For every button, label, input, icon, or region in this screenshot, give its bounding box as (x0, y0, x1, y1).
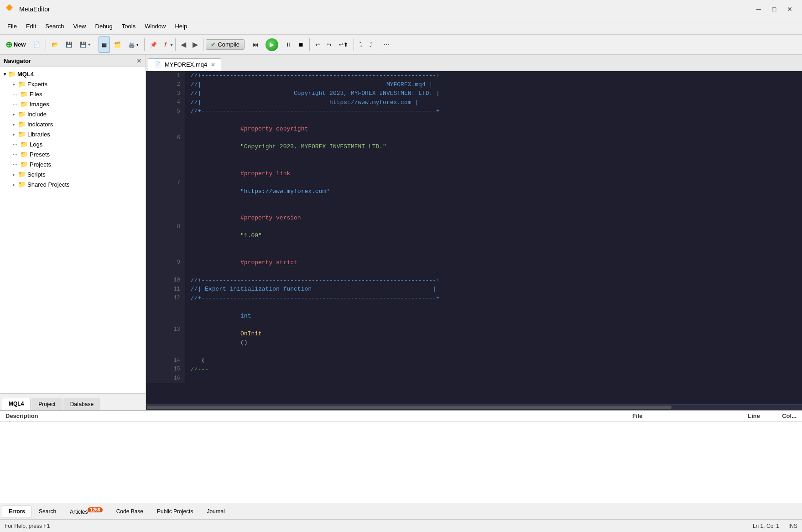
debug-btn2[interactable]: ↪ (324, 37, 335, 53)
separator-2 (96, 38, 96, 51)
code-content-1: //+-------------------------------------… (185, 71, 802, 80)
bottom-tab-journal[interactable]: Journal (200, 506, 231, 517)
tree-item-include[interactable]: ▸ 📁 Include (0, 109, 146, 119)
bottom-panel: Description File Line Col... Errors Sear… (0, 410, 802, 519)
tree-root-mql4[interactable]: ▾ 📁 MQL4 (0, 69, 146, 79)
menu-view[interactable]: View (69, 21, 91, 31)
compile-button[interactable]: ✔ Compile (206, 39, 245, 50)
navigator-close-button[interactable]: ✕ (136, 57, 142, 64)
new-file-icon-button[interactable]: 📄 (30, 37, 43, 53)
new-button[interactable]: ⊕ New (2, 37, 29, 53)
code-row-9: 9 #property strict (146, 249, 802, 276)
menu-help[interactable]: Help (170, 21, 192, 31)
expand-projects-icon: ⋯ (13, 162, 17, 167)
maximize-button[interactable]: □ (767, 4, 781, 15)
tree-label-scripts: Scripts (27, 171, 46, 178)
tree-item-scripts[interactable]: ▸ 📁 Scripts (0, 169, 146, 179)
back-button[interactable]: ◀ (178, 39, 189, 50)
code-table: 1 //+-----------------------------------… (146, 71, 802, 383)
app-icon: 🔶 (5, 4, 16, 14)
print-button[interactable]: 🖨️ ▾ (125, 37, 142, 53)
editor-horizontal-scrollbar[interactable] (146, 404, 802, 410)
editor-tab-close-button[interactable]: ✕ (211, 62, 215, 68)
tree-item-libraries[interactable]: ▸ 📁 Libraries (0, 129, 146, 139)
navigator-panel: Navigator ✕ ▾ 📁 MQL4 ▸ 📁 Experts ⋯ 📁 Fil… (0, 55, 146, 410)
tree-item-files[interactable]: ⋯ 📁 Files (0, 89, 146, 99)
nav-tab-database[interactable]: Database (63, 398, 100, 410)
col-col: Col... (760, 412, 797, 419)
bottom-tab-errors[interactable]: Errors (2, 506, 32, 517)
tree-item-projects[interactable]: ⋯ 📁 Projects (0, 159, 146, 169)
root-label: MQL4 (17, 71, 34, 78)
tree-label-presets: Presets (30, 151, 50, 158)
code-row-7: 7 #property link "https://www.myforex.co… (146, 160, 802, 205)
pause-button[interactable]: ⏸ (282, 37, 294, 53)
close-button[interactable]: ✕ (783, 4, 797, 15)
bottom-content (0, 422, 802, 503)
debug-btn1[interactable]: ↩ (312, 37, 323, 53)
menu-search[interactable]: Search (41, 21, 68, 31)
code-content-9: #property strict (185, 249, 802, 276)
line-num-9: 9 (146, 249, 185, 276)
tree-item-indicators[interactable]: ▸ 📁 Indicators (0, 119, 146, 129)
folder-scripts-icon: 📁 (18, 171, 26, 178)
code-content-13: int OnInit () (185, 303, 802, 356)
debug-btn3[interactable]: ↩⬆ (336, 37, 351, 53)
nav-tab-project[interactable]: Project (31, 398, 62, 410)
bottom-panel-wrapper: Toolbox Description File Line Col... Err… (0, 410, 802, 519)
save-button[interactable]: 💾 (62, 37, 76, 53)
debug-btn5[interactable]: ⤴ (366, 37, 375, 53)
nav-tab-mql4[interactable]: MQL4 (2, 398, 31, 410)
function-arrow-icon: ▾ (170, 42, 173, 48)
expand-images-icon: ⋯ (13, 102, 17, 107)
menu-window[interactable]: Window (140, 21, 170, 31)
line-num-2: 2 (146, 80, 185, 89)
open-button[interactable]: 📂 (48, 37, 62, 53)
tree-item-shared-projects[interactable]: ▸ 📁 Shared Projects (0, 179, 146, 189)
save-all-icon: 💾 (80, 42, 87, 48)
separator-6 (247, 38, 247, 51)
stop-button[interactable]: ⏹ (295, 37, 307, 53)
scrollbar-thumb[interactable] (147, 406, 672, 409)
tree-item-logs[interactable]: ⋯ 📁 Logs (0, 139, 146, 149)
menu-edit[interactable]: Edit (21, 21, 41, 31)
function-button[interactable]: f (161, 37, 169, 53)
debug-btn4[interactable]: ⤵ (356, 37, 365, 53)
menu-tools[interactable]: Tools (117, 21, 140, 31)
pin-button[interactable]: 📌 (147, 37, 160, 53)
line-num-12: 12 (146, 294, 185, 303)
navigator-header: Navigator ✕ (0, 55, 146, 67)
code-row-1: 1 //+-----------------------------------… (146, 71, 802, 80)
tree-label-libraries: Libraries (27, 131, 50, 138)
code-content-8: #property version "1.00" (185, 205, 802, 250)
tree-item-presets[interactable]: ⋯ 📁 Presets (0, 149, 146, 159)
code-content-15: //--- (185, 365, 802, 374)
bottom-tab-publicprojects[interactable]: Public Projects (150, 506, 200, 517)
menu-debug[interactable]: Debug (91, 21, 117, 31)
tree-item-images[interactable]: ⋯ 📁 Images (0, 99, 146, 109)
editor-view-button[interactable]: ▦ (99, 37, 110, 53)
forward-button[interactable]: ▶ (190, 39, 201, 50)
more-button[interactable]: ⋯ (380, 37, 392, 53)
tree-label-include: Include (27, 111, 47, 118)
folder-view-button[interactable]: 🗂️ (111, 37, 124, 53)
bottom-tab-codebase[interactable]: Code Base (109, 506, 150, 517)
editor-tab-myforex[interactable]: 📄 MYFOREX.mq4 ✕ (148, 58, 221, 71)
line-num-1: 1 (146, 71, 185, 80)
status-mode: INS (788, 523, 797, 529)
separator-3 (144, 38, 145, 51)
minimize-button[interactable]: ─ (752, 4, 766, 15)
col-file: File (632, 412, 724, 419)
code-content-16 (185, 374, 802, 383)
save-all-button[interactable]: 💾 + (77, 37, 94, 53)
expand-include-icon: ▸ (13, 112, 15, 117)
code-editor[interactable]: 1 //+-----------------------------------… (146, 71, 802, 404)
menu-file[interactable]: File (3, 21, 21, 31)
bottom-tab-articles[interactable]: Articles1266 (63, 505, 109, 518)
tree-item-experts[interactable]: ▸ 📁 Experts (0, 79, 146, 89)
status-help-text: For Help, press F1 (5, 523, 50, 529)
bottom-tab-search[interactable]: Search (32, 506, 63, 517)
folder-libraries-icon: 📁 (18, 130, 26, 138)
step-back-button[interactable]: ⏮ (250, 37, 261, 53)
play-button[interactable]: ▶ (262, 37, 281, 53)
